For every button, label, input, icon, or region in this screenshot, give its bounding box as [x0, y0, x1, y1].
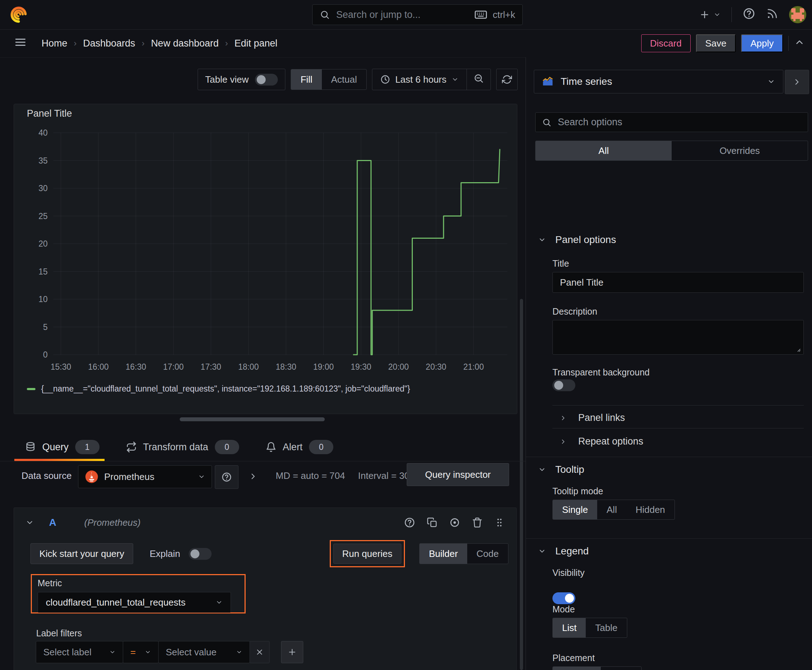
tab-query-label: Query [42, 442, 69, 453]
divider [553, 428, 804, 428]
legend-mode-list[interactable]: List [553, 618, 586, 638]
time-range-label: Last 6 hours [395, 74, 446, 85]
svg-text:35: 35 [38, 156, 47, 165]
actual-option[interactable]: Actual [322, 69, 366, 90]
search-icon [542, 118, 551, 127]
fill-option[interactable]: Fill [291, 69, 322, 90]
query-help-icon[interactable] [404, 517, 415, 528]
help-icon [742, 7, 755, 20]
new-menu-button[interactable] [699, 9, 721, 20]
explain-toggle[interactable] [189, 548, 212, 560]
builder-option[interactable]: Builder [420, 544, 467, 564]
search-input[interactable] [336, 9, 469, 21]
mega-menu-button[interactable] [14, 36, 27, 51]
chevron-right-icon [559, 415, 567, 421]
panel-options-header[interactable]: Panel options [538, 234, 616, 245]
svg-text:21:00: 21:00 [463, 362, 484, 372]
repeat-options-row[interactable]: Repeat options [559, 436, 643, 447]
discard-button[interactable]: Discard [641, 34, 691, 52]
panel-links-row[interactable]: Panel links [559, 412, 625, 423]
chevron-down-icon [109, 649, 116, 655]
visualization-name: Time series [561, 76, 760, 87]
drag-handle-icon[interactable] [494, 517, 505, 528]
duplicate-query-icon[interactable] [427, 517, 437, 528]
breadcrumb-home[interactable]: Home [42, 38, 67, 49]
chevron-down-icon[interactable] [25, 518, 34, 527]
breadcrumb-separator: › [142, 38, 145, 48]
collapse-header-button[interactable] [794, 37, 805, 50]
tab-alert-count: 0 [309, 440, 333, 454]
active-tab-indicator [14, 459, 105, 461]
tab-all[interactable]: All [536, 141, 672, 160]
grafana-edit-panel: ctrl+k Home › Dashboards [0, 0, 812, 670]
breadcrumb-dashboards[interactable]: Dashboards [83, 38, 135, 49]
legend-header[interactable]: Legend [538, 545, 588, 557]
description-textarea[interactable] [553, 320, 804, 355]
svg-text:30: 30 [38, 184, 47, 193]
datasource-picker[interactable]: Prometheus [78, 465, 212, 488]
chevron-down-icon [198, 473, 205, 481]
legend-mode-table[interactable]: Table [586, 618, 627, 638]
refresh-icon [502, 74, 512, 85]
zoom-out-button[interactable] [467, 73, 490, 86]
svg-text:15: 15 [38, 267, 47, 276]
panel-links-label: Panel links [578, 412, 625, 423]
datasource-help-button[interactable] [215, 465, 239, 489]
legend-series-label[interactable]: {__name__="cloudflared_tunnel_total_requ… [41, 384, 410, 394]
tooltip-mode-label: Tooltip mode [553, 486, 603, 496]
resize-handle-icon[interactable] [795, 347, 801, 352]
grafana-logo[interactable] [10, 6, 27, 26]
kick-start-button[interactable]: Kick start your query [31, 543, 133, 564]
help-button[interactable] [742, 7, 755, 22]
select-value-dropdown[interactable]: Select value [158, 641, 250, 663]
refresh-button[interactable] [496, 69, 518, 90]
visualization-picker[interactable]: Time series [534, 70, 783, 93]
code-option[interactable]: Code [467, 544, 508, 564]
apply-button[interactable]: Apply [741, 34, 783, 52]
tooltip-mode-all[interactable]: All [597, 500, 626, 519]
metric-select[interactable]: cloudflared_tunnel_total_requests [37, 592, 231, 613]
viz-suggestions-button[interactable] [785, 70, 809, 94]
legend-visibility-toggle[interactable] [553, 592, 575, 604]
query-inspector-button[interactable]: Query inspector [407, 463, 509, 486]
query-row-header[interactable]: A (Prometheus) [14, 508, 516, 537]
tooltip-mode-single[interactable]: Single [553, 500, 597, 519]
news-button[interactable] [766, 7, 778, 22]
svg-text:19:00: 19:00 [313, 362, 334, 372]
chevron-right-icon[interactable] [249, 472, 258, 481]
panel-title-input[interactable] [553, 272, 804, 293]
svg-text:15:30: 15:30 [51, 362, 71, 372]
horizontal-scrollbar[interactable] [180, 417, 325, 421]
avatar[interactable] [789, 6, 806, 23]
legend-placement-right[interactable]: Right [601, 667, 641, 670]
transparent-bg-toggle[interactable] [553, 379, 575, 391]
save-button[interactable]: Save [696, 34, 736, 52]
description-field-label: Description [553, 306, 597, 317]
add-filter-button[interactable] [281, 641, 303, 663]
tab-alert[interactable]: Alert 0 [266, 440, 334, 454]
time-series-chart[interactable]: 051015202530354015:3016:0016:3017:0017:3… [22, 127, 512, 377]
remove-filter-button[interactable] [249, 641, 270, 663]
time-range-button[interactable]: Last 6 hours [372, 74, 466, 85]
metric-annotation: Metric cloudflared_tunnel_total_requests [31, 574, 246, 613]
disable-query-icon[interactable] [449, 517, 460, 528]
svg-text:20:30: 20:30 [425, 362, 446, 372]
select-label-dropdown[interactable]: Select label [36, 641, 123, 663]
tab-overrides[interactable]: Overrides [672, 141, 808, 160]
options-search-input[interactable] [557, 116, 801, 128]
breadcrumb-new-dashboard[interactable]: New dashboard [151, 38, 219, 49]
svg-text:18:00: 18:00 [238, 362, 259, 372]
delete-query-icon[interactable] [472, 517, 483, 528]
panel-title[interactable]: Panel Title [14, 104, 517, 123]
options-search[interactable] [535, 112, 808, 132]
run-queries-button[interactable]: Run queries [333, 544, 401, 564]
tab-transform-data[interactable]: Transform data 0 [126, 440, 239, 454]
global-search[interactable]: ctrl+k [312, 4, 523, 25]
table-view-toggle[interactable] [255, 74, 278, 86]
tooltip-mode-hidden[interactable]: Hidden [626, 500, 674, 519]
legend-placement-bottom[interactable]: Bottom [553, 667, 601, 670]
section-divider [526, 457, 812, 457]
operator-dropdown[interactable]: = [123, 641, 159, 663]
tab-query[interactable]: Query 1 [25, 440, 100, 454]
tooltip-header[interactable]: Tooltip [538, 464, 584, 475]
